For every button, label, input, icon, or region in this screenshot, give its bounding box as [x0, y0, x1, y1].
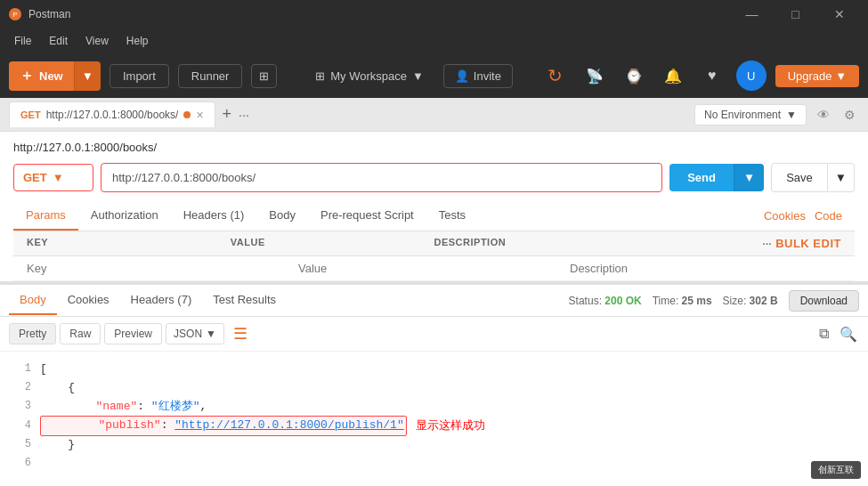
value-input[interactable]	[298, 262, 570, 275]
success-annotation: 显示这样成功	[416, 417, 485, 435]
menu-help[interactable]: Help	[119, 33, 156, 49]
satellite-icon[interactable]: 📡	[580, 61, 610, 91]
tab-headers[interactable]: Headers (1)	[171, 201, 257, 231]
layout-button[interactable]: ⊞	[251, 64, 277, 88]
resp-tab-body[interactable]: Body	[9, 286, 57, 315]
preview-button[interactable]: Preview	[104, 323, 162, 344]
cookies-link[interactable]: Cookies	[764, 209, 806, 223]
line-4: 4 "publish": "http://127.0.0.1:8000/publ…	[13, 416, 855, 436]
raw-button[interactable]: Raw	[60, 323, 101, 344]
tab-pre-request[interactable]: Pre-request Script	[308, 201, 426, 231]
pretty-button[interactable]: Pretty	[9, 323, 56, 344]
minimize-button[interactable]: —	[732, 0, 772, 28]
json-key-name: "name"	[95, 400, 137, 413]
environment-label: No Environment	[704, 109, 781, 121]
eye-icon[interactable]: 👁	[814, 104, 833, 126]
key-input[interactable]	[27, 262, 298, 275]
line-content-4: "publish": "http://127.0.0.1:8000/publis…	[40, 416, 407, 436]
url-input[interactable]	[101, 163, 662, 192]
search-history-icon[interactable]: ⌚	[619, 61, 649, 91]
json-value-name: "红楼梦"	[151, 400, 200, 413]
search-button[interactable]: 🔍	[838, 324, 859, 344]
request-tab-links: Cookies Code	[751, 202, 855, 230]
notification-icon[interactable]: 🔔	[658, 61, 688, 91]
app-icon: P	[9, 8, 21, 20]
save-dropdown-button[interactable]: ▼	[828, 163, 855, 192]
toolbar: ＋ New ▼ Import Runner ⊞ ⊞ My Workspace ▼…	[0, 53, 868, 98]
resp-tab-test-results[interactable]: Test Results	[202, 286, 287, 315]
tab-unsaved-dot	[183, 111, 191, 118]
menu-edit[interactable]: Edit	[42, 33, 75, 49]
line-2: 2 {	[13, 379, 855, 398]
line-number-6: 6	[13, 455, 31, 472]
new-button[interactable]: ＋ New	[9, 61, 74, 91]
resp-tab-cookies[interactable]: Cookies	[57, 286, 120, 315]
resp-toolbar-right: ⧉ 🔍	[817, 324, 859, 344]
tab-tests[interactable]: Tests	[426, 201, 478, 231]
avatar[interactable]: U	[736, 61, 767, 91]
send-dropdown-button[interactable]: ▼	[734, 164, 764, 191]
value-column-header: VALUE	[231, 237, 434, 250]
tab-close-button[interactable]: ×	[196, 108, 203, 122]
menu-file[interactable]: File	[7, 33, 38, 49]
workspace-button[interactable]: ⊞ My Workspace ▼	[304, 65, 434, 87]
tab-authorization[interactable]: Authorization	[78, 201, 171, 231]
response-body: 1 [ 2 { 3 "name": "红楼梦", 4 "publish": "h…	[0, 352, 868, 486]
format-select[interactable]: JSON ▼	[166, 323, 224, 344]
line-6: 6	[13, 455, 855, 472]
tab-params[interactable]: Params	[13, 201, 78, 231]
response-tabs: Body Cookies Headers (7) Test Results St…	[0, 285, 868, 317]
save-button[interactable]: Save	[771, 163, 828, 192]
new-label: New	[39, 69, 63, 83]
copy-button[interactable]: ⧉	[817, 324, 831, 344]
invite-button[interactable]: 👤 Invite	[443, 64, 513, 88]
chevron-down-icon: ▼	[412, 69, 424, 83]
request-tab[interactable]: GET http://127.0.0.1:8000/books/ ×	[9, 101, 215, 127]
invite-label: Invite	[474, 69, 501, 83]
settings-icon[interactable]: ⚙	[840, 104, 859, 126]
menu-view[interactable]: View	[78, 33, 116, 49]
sync-button[interactable]: ↻	[540, 61, 571, 91]
response-toolbar: Pretty Raw Preview JSON ▼ ☰ ⧉ 🔍	[0, 317, 868, 352]
heart-icon[interactable]: ♥	[697, 61, 727, 91]
description-column-header: DESCRIPTION	[434, 237, 638, 250]
response-area: Body Cookies Headers (7) Test Results St…	[0, 282, 868, 486]
size-label: Size: 302 B	[723, 295, 778, 307]
environment-dropdown[interactable]: No Environment ▼	[694, 104, 807, 126]
new-dropdown-button[interactable]: ▼	[74, 61, 101, 91]
maximize-button[interactable]: □	[775, 0, 815, 28]
runner-button[interactable]: Runner	[178, 64, 243, 88]
method-chevron-icon: ▼	[53, 171, 64, 184]
new-button-group: ＋ New ▼	[9, 61, 101, 91]
add-tab-button[interactable]: +	[219, 105, 236, 124]
upgrade-button[interactable]: Upgrade ▼	[775, 65, 859, 87]
response-status-bar: Status: 200 OK Time: 25 ms Size: 302 B D…	[569, 290, 859, 312]
tab-body[interactable]: Body	[256, 201, 308, 231]
tab-menu-button[interactable]: ···	[239, 108, 249, 122]
value-cell	[298, 262, 570, 275]
params-menu-icon[interactable]: ···	[762, 239, 772, 249]
tab-bar: GET http://127.0.0.1:8000/books/ × + ···…	[0, 98, 868, 132]
save-button-group: Save ▼	[771, 163, 855, 192]
status-label: Status: 200 OK	[569, 295, 642, 307]
code-link[interactable]: Code	[815, 209, 842, 223]
resp-tab-headers[interactable]: Headers (7)	[120, 286, 203, 315]
line-5: 5 }	[13, 436, 855, 455]
download-button[interactable]: Download	[789, 290, 859, 312]
close-button[interactable]: ✕	[819, 0, 859, 28]
upgrade-dropdown-icon: ▼	[835, 69, 847, 83]
line-number-1: 1	[13, 360, 31, 379]
import-button[interactable]: Import	[110, 64, 169, 88]
menubar: File Edit View Help	[0, 28, 868, 53]
line-content-5: }	[40, 436, 75, 455]
line-number-5: 5	[13, 436, 31, 455]
description-input[interactable]	[570, 262, 841, 275]
titlebar: P Postman — □ ✕	[0, 0, 868, 28]
method-dropdown[interactable]: GET ▼	[13, 164, 93, 191]
json-value-publish: "http://127.0.0.1:8000/publish/1"	[174, 418, 403, 432]
wrap-icon[interactable]: ☰	[228, 322, 253, 345]
send-button[interactable]: Send	[669, 164, 734, 191]
line-content-2: {	[40, 379, 75, 398]
bulk-edit-link[interactable]: Bulk Edit	[775, 237, 841, 250]
key-cell	[27, 262, 298, 275]
